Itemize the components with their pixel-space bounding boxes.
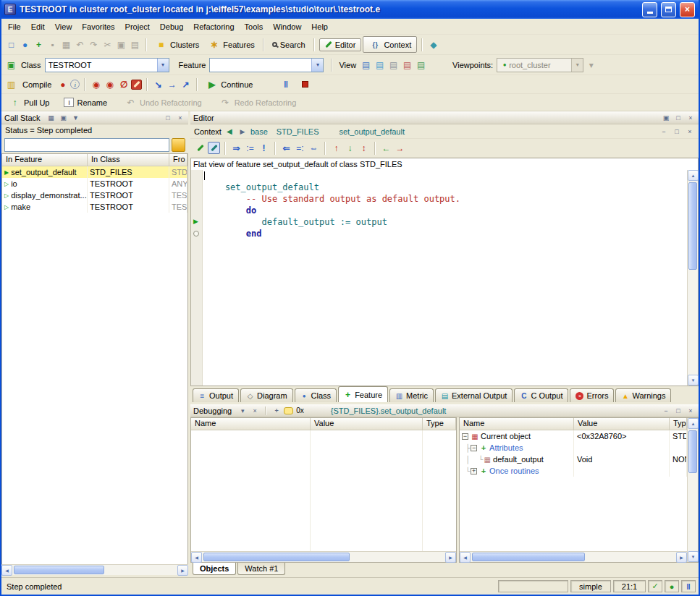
editor-header[interactable]: Editor ▣ □ × [190, 111, 699, 124]
feature-callees-icon[interactable]: ⇐ [280, 142, 292, 154]
call-stack-header[interactable]: Call Stack ▦ ▣ ▼ □ × [1, 111, 188, 124]
scroll-thumb[interactable] [203, 553, 350, 561]
feature-assignees-icon[interactable]: =: [294, 142, 306, 154]
stop-icon[interactable] [299, 78, 311, 90]
scroll-thumb[interactable] [688, 182, 697, 270]
class-combo[interactable]: TESTROOT▾ [45, 58, 169, 72]
watch-table-body[interactable] [191, 430, 456, 551]
debug-tab-watch-1[interactable]: Watch #1 [237, 563, 285, 575]
pause-icon[interactable]: ‖ [279, 78, 292, 90]
code-line[interactable]: do [204, 205, 687, 216]
new-feature-icon[interactable] [208, 142, 220, 154]
features-button[interactable]: ∗Features [204, 37, 258, 52]
editor-vscrollbar[interactable]: ▲ ▼ [687, 170, 698, 386]
menu-favorites[interactable]: Favorites [77, 20, 119, 33]
call-stack-hscrollbar[interactable]: ◀ ▶ [1, 564, 188, 575]
feature-assigners-icon[interactable]: := [244, 142, 256, 154]
save-stack-icon[interactable]: ▦ [46, 113, 56, 122]
rename-button[interactable]: IRename [60, 96, 111, 108]
menu-project[interactable]: Project [120, 20, 155, 33]
view-contract-icon[interactable]: ▤ [401, 59, 413, 71]
diagram-tool-icon[interactable]: ◆ [427, 38, 439, 51]
scroll-right-icon[interactable]: ▶ [445, 552, 456, 563]
viewpoints-combo[interactable]: ●root_cluster▾ [497, 58, 583, 72]
class-tool-icon[interactable]: ▣ [5, 59, 17, 71]
close-panel-icon[interactable]: × [686, 113, 696, 122]
scroll-right-icon[interactable]: ▶ [177, 565, 188, 576]
float-panel-icon[interactable]: ▣ [661, 113, 671, 122]
paste-icon[interactable]: ▤ [129, 38, 141, 51]
code-line[interactable] [204, 170, 687, 182]
scroll-left-icon[interactable]: ◀ [1, 565, 12, 576]
continue-button[interactable]: ▶Continue [202, 77, 256, 92]
watch-column-name[interactable]: Name [191, 418, 311, 430]
feature-callers-icon[interactable]: ⇒ [230, 142, 243, 154]
call-stack-row[interactable]: ▶set_output_defaultSTD_FILESSTD_ [2, 166, 187, 178]
scroll-track[interactable] [202, 552, 445, 562]
save-icon[interactable]: ▪ [46, 38, 59, 51]
code-line[interactable]: set_output_default [204, 182, 687, 193]
objects-hscrollbar[interactable]: ◀ ▶ [460, 551, 687, 562]
scroll-track[interactable] [688, 429, 698, 551]
menu-edit[interactable]: Edit [26, 20, 50, 33]
object-tree-row[interactable]: │ └▦default_outputVoidNON [460, 454, 687, 465]
editor-tab-diagram[interactable]: ◇Diagram [240, 388, 293, 402]
code-editor[interactable]: set_output_default -- Use standard outpu… [203, 170, 687, 386]
hex-bubble-icon[interactable] [284, 407, 293, 414]
code-line[interactable]: end [204, 228, 687, 239]
history-forward-icon[interactable]: ▶ [237, 127, 248, 136]
finalize-icon[interactable]: ● [56, 78, 69, 90]
add-item-icon[interactable]: + [33, 38, 45, 51]
editor-tab-errors[interactable]: ×Errors [570, 388, 614, 402]
edit-breakpoints-icon[interactable] [131, 80, 142, 90]
tree-expander-icon[interactable]: − [471, 445, 477, 451]
compile-button[interactable]: Compile [19, 79, 55, 90]
editor-tab-output[interactable]: ≡Output [193, 388, 239, 402]
new-window-icon[interactable]: □ [5, 38, 17, 51]
debug-tab-objects[interactable]: Objects [193, 563, 236, 575]
undo-icon[interactable]: ↶ [74, 38, 86, 51]
scroll-track[interactable] [471, 552, 676, 562]
float-panel-icon[interactable]: ▣ [59, 113, 69, 122]
context-toggle-button[interactable]: { }Context [363, 36, 417, 53]
tree-expander-icon[interactable]: + [471, 468, 477, 474]
debug-run-ignore-breakpoints-icon[interactable]: ◉ [104, 78, 116, 90]
chevron-down-icon[interactable]: ▾ [311, 59, 323, 72]
open-icon[interactable]: ● [19, 38, 31, 51]
watch-hscrollbar[interactable]: ◀ ▶ [191, 551, 456, 562]
close-button[interactable]: × [680, 2, 695, 17]
close-panel-icon[interactable]: × [685, 127, 695, 136]
pull-up-button[interactable]: ↑Pull Up [5, 95, 53, 110]
close-panel-icon[interactable]: × [686, 406, 696, 415]
disable-breakpoints-icon[interactable]: ∅ [117, 78, 130, 90]
watch-column-value[interactable]: Value [311, 418, 423, 430]
copy-icon[interactable]: ▣ [115, 38, 127, 51]
view-basic-icon[interactable]: ▤ [360, 59, 372, 71]
save-all-icon[interactable]: ▦ [60, 38, 72, 51]
view-interface-icon[interactable]: ▤ [415, 59, 427, 71]
maximize-panel-icon[interactable]: □ [673, 113, 683, 122]
menu-refactoring[interactable]: Refactoring [188, 20, 239, 33]
step-over-icon[interactable]: → [166, 78, 178, 90]
minimize-button[interactable] [642, 2, 657, 17]
call-stack-row[interactable]: ▷makeTESTROOTTEST [2, 201, 187, 213]
editor-tab-warnings[interactable]: ▲Warnings [615, 388, 671, 402]
hex-format-toggle[interactable]: 0x [296, 406, 304, 414]
feature-combo[interactable]: ▾ [209, 58, 324, 72]
stack-filter-input[interactable] [4, 138, 169, 152]
editor-gutter[interactable]: ▶ [191, 170, 203, 386]
editor-toggle-button[interactable]: Editor [319, 38, 362, 51]
object-column-typ[interactable]: Typ [670, 418, 687, 430]
breadcrumb-class[interactable]: STD_FILES [277, 127, 319, 136]
maximize-panel-icon[interactable]: □ [672, 127, 682, 136]
class-relations-icon[interactable]: ↕ [358, 142, 370, 154]
maximize-panel-icon[interactable]: □ [673, 406, 683, 415]
maximize-panel-icon[interactable]: □ [163, 113, 173, 122]
column-header-in-feature[interactable]: In Feature [2, 154, 88, 166]
class-clients-icon[interactable]: ← [380, 142, 392, 154]
step-out-icon[interactable]: ↗ [180, 78, 192, 90]
editor-tab-external-output[interactable]: ▤External Output [435, 388, 513, 402]
object-tree-row[interactable]: ├−+Attributes [460, 442, 687, 454]
watch-column-type[interactable]: Type [423, 418, 456, 430]
object-tree-row[interactable]: └++Once routines [460, 465, 687, 477]
